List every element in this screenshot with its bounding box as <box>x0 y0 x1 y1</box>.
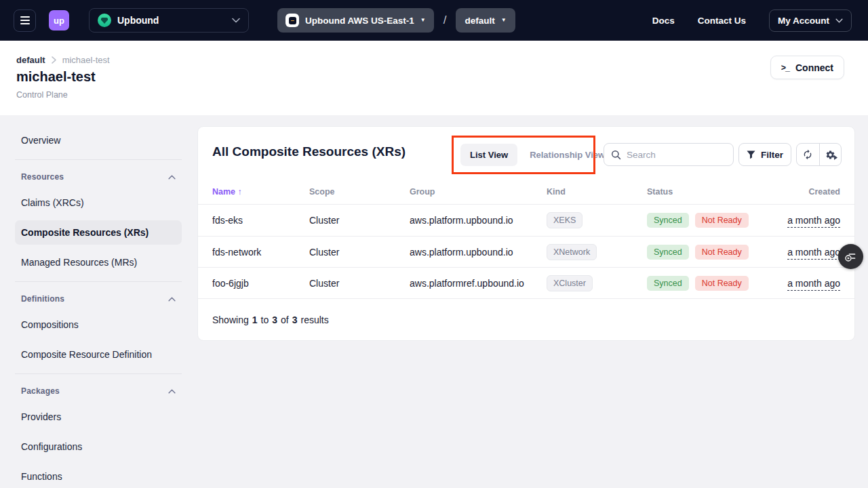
column-header-name[interactable]: Name ↑ <box>212 187 309 197</box>
organization-selector[interactable]: Upbound <box>89 8 249 33</box>
cell-group: aws.platformref.upbound.io <box>410 278 547 289</box>
column-label: Name <box>212 187 235 197</box>
refresh-controls <box>796 143 842 166</box>
relationship-view-tab[interactable]: Relationship View <box>526 150 608 160</box>
sidebar-item-configurations[interactable]: Configurations <box>15 434 182 459</box>
column-header-scope[interactable]: Scope <box>309 187 410 197</box>
sidebar-item-label: Composite Resource Definition <box>21 349 152 360</box>
sidebar-item-label: Providers <box>21 411 61 422</box>
sidebar-item-composite-resources[interactable]: Composite Resources (XRs) <box>15 220 182 245</box>
sidebar-item-compositions[interactable]: Compositions <box>15 312 182 337</box>
kind-badge: XNetwork <box>547 244 597 260</box>
summary-from: 1 <box>252 314 258 325</box>
control-plane-name: Upbound AWS US-East-1 <box>305 16 414 26</box>
summary-total: 3 <box>292 314 298 325</box>
cell-created: a month ago <box>787 215 840 226</box>
page-header: default michael-test michael-test Contro… <box>0 41 868 115</box>
sidebar-item-functions[interactable]: Functions <box>15 464 182 488</box>
table-row[interactable]: foo-6jgjb Cluster aws.platformref.upboun… <box>198 267 854 298</box>
summary-text: results <box>300 314 328 325</box>
results-summary: Showing 1 to 3 of 3 results <box>212 314 329 325</box>
breadcrumb-current: michael-test <box>62 55 110 65</box>
sidebar-item-claims[interactable]: Claims (XRCs) <box>15 190 182 215</box>
summary-text: Showing <box>212 314 249 325</box>
sidebar-item-managed-resources[interactable]: Managed Resources (MRs) <box>15 250 182 274</box>
section-title: Resources <box>21 172 64 182</box>
chevron-up-icon <box>168 175 176 180</box>
top-navigation-bar: up Upbound Upbound AWS US-East-1 ▼ / def… <box>0 0 868 41</box>
connect-button-label: Connect <box>795 62 833 73</box>
cell-name: fds-eks <box>212 215 309 226</box>
status-badge-not-ready: Not Ready <box>695 276 749 291</box>
column-header-group[interactable]: Group <box>410 187 547 197</box>
kind-badge: XCluster <box>547 275 593 291</box>
cell-group: aws.platform.upbound.io <box>410 215 547 226</box>
feedback-list-icon <box>844 250 857 263</box>
filter-button[interactable]: Filter <box>738 143 791 166</box>
contact-us-link[interactable]: Contact Us <box>698 16 746 26</box>
logo-text: up <box>54 16 64 26</box>
created-tooltip-link[interactable]: a month ago <box>787 215 840 228</box>
breadcrumb: default michael-test <box>16 55 110 65</box>
sidebar-item-providers[interactable]: Providers <box>15 405 182 429</box>
sidebar-item-label: Configurations <box>21 441 82 452</box>
play-triangle-icon <box>834 155 837 160</box>
divider <box>15 373 182 374</box>
view-toggle: List View Relationship View <box>460 144 608 166</box>
table-body: fds-eks Cluster aws.platform.upbound.io … <box>198 205 854 298</box>
table-footer: Showing 1 to 3 of 3 results <box>198 298 854 341</box>
caret-down-icon: ▼ <box>501 18 507 23</box>
list-view-tab[interactable]: List View <box>460 144 517 166</box>
table-row[interactable]: fds-network Cluster aws.platform.upbound… <box>198 236 854 267</box>
status-badge-not-ready: Not Ready <box>695 213 749 228</box>
sidebar-item-overview[interactable]: Overview <box>15 128 182 152</box>
panel-title: All Composite Resources (XRs) <box>212 144 406 159</box>
hamburger-menu-button[interactable] <box>14 9 36 32</box>
sidebar-item-label: Compositions <box>21 319 79 330</box>
funnel-icon <box>747 150 755 159</box>
auto-refresh-settings-button[interactable] <box>819 144 842 165</box>
sidebar-item-composite-resource-definition[interactable]: Composite Resource Definition <box>15 342 182 367</box>
sidebar-section-resources[interactable]: Resources <box>15 167 182 186</box>
chevron-down-icon <box>232 18 240 23</box>
sidebar-item-label: Claims (XRCs) <box>21 197 84 208</box>
filter-button-label: Filter <box>761 150 783 160</box>
control-plane-selector[interactable]: Upbound AWS US-East-1 ▼ <box>277 8 434 33</box>
control-plane-icon <box>285 14 299 27</box>
breadcrumb-root-link[interactable]: default <box>16 55 45 65</box>
composite-resources-panel: All Composite Resources (XRs) List View … <box>197 126 855 341</box>
sidebar-navigation: Overview Resources Claims (XRCs) Composi… <box>0 115 197 488</box>
column-header-kind[interactable]: Kind <box>547 187 647 197</box>
table-row[interactable]: fds-eks Cluster aws.platform.upbound.io … <box>198 205 854 236</box>
feedback-widget-button[interactable] <box>838 244 863 269</box>
connect-button[interactable]: >_ Connect <box>770 56 844 79</box>
cell-scope: Cluster <box>309 215 410 226</box>
cell-created: a month ago <box>787 247 840 258</box>
sidebar-section-packages[interactable]: Packages <box>15 382 182 401</box>
sort-ascending-icon: ↑ <box>238 187 242 197</box>
namespace-selector[interactable]: default ▼ <box>456 8 515 33</box>
search-input[interactable] <box>627 150 726 160</box>
summary-text: of <box>281 314 289 325</box>
summary-text: to <box>261 314 269 325</box>
sidebar-section-definitions[interactable]: Definitions <box>15 289 182 308</box>
upbound-logo[interactable]: up <box>49 10 69 30</box>
namespace-name: default <box>465 16 494 26</box>
created-tooltip-link[interactable]: a month ago <box>787 278 840 291</box>
status-badge-not-ready: Not Ready <box>695 245 749 260</box>
docs-link[interactable]: Docs <box>652 16 675 26</box>
page-title: michael-test <box>16 69 96 85</box>
section-title: Packages <box>21 386 60 396</box>
cell-status: Synced Not Ready <box>647 213 773 228</box>
cell-group: aws.platform.upbound.io <box>410 247 547 258</box>
refresh-button[interactable] <box>797 144 819 165</box>
sidebar-item-label: Overview <box>21 135 60 146</box>
column-header-status[interactable]: Status <box>647 187 773 197</box>
list-view-label: List View <box>470 150 508 160</box>
created-tooltip-link[interactable]: a month ago <box>787 247 840 260</box>
column-header-created[interactable]: Created <box>808 187 840 197</box>
cell-created: a month ago <box>787 278 840 289</box>
organization-avatar-icon <box>98 14 111 27</box>
my-account-button[interactable]: My Account <box>769 9 852 32</box>
divider <box>15 281 182 282</box>
